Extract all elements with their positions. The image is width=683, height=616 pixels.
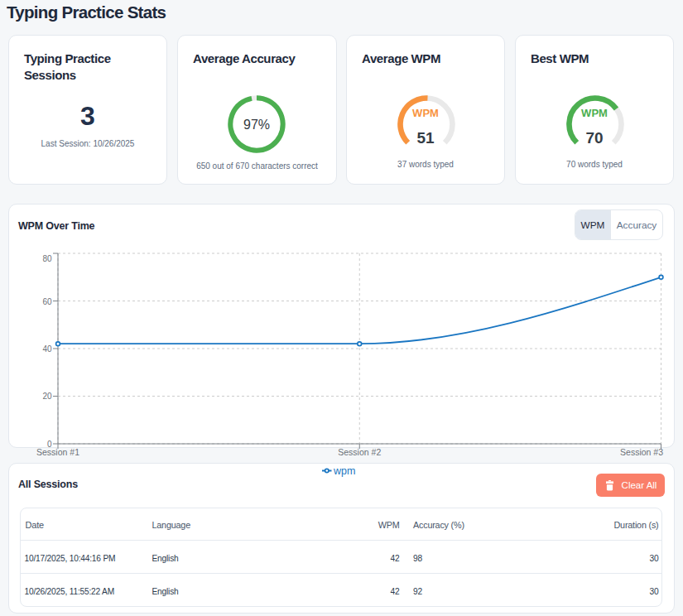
svg-text:Session #1: Session #1 — [36, 447, 79, 457]
svg-text:97%: 97% — [243, 117, 270, 131]
svg-text:80: 80 — [42, 254, 52, 263]
svg-text:Session #2: Session #2 — [338, 447, 381, 457]
svg-text:60: 60 — [42, 297, 52, 306]
svg-text:40: 40 — [42, 344, 52, 354]
svg-text:20: 20 — [42, 392, 52, 401]
svg-text:Session #3: Session #3 — [620, 447, 663, 457]
svg-text:wpm: wpm — [333, 465, 355, 477]
